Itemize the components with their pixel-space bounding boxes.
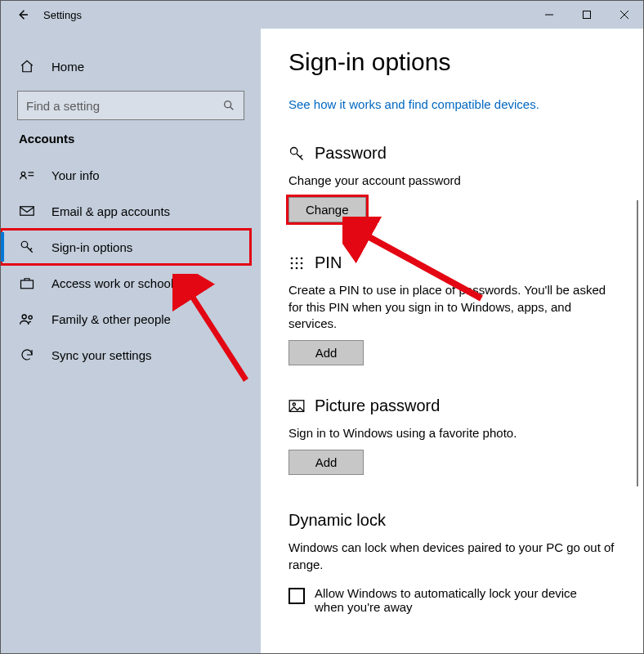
svg-rect-2 [584,11,591,19]
sidebar-home[interactable]: Home [1,48,261,84]
close-button[interactable] [606,2,643,27]
sidebar-home-label: Home [51,60,84,74]
dynamic-lock-desc: Windows can lock when devices paired to … [288,540,615,573]
pin-desc: Create a PIN to use in place of password… [288,282,615,332]
mail-icon [19,203,35,219]
titlebar: Settings [1,1,643,29]
svg-line-6 [230,107,234,110]
sidebar-item-label: Email & app accounts [51,204,170,218]
add-pin-button[interactable]: Add [288,340,364,365]
key-icon [288,146,305,162]
sidebar-section-accounts: Accounts [1,132,261,157]
search-placeholder: Find a setting [26,99,222,113]
sidebar-item-sign-in-options[interactable]: Sign-in options [1,229,251,265]
svg-line-20 [300,155,302,157]
compatible-devices-link[interactable]: See how it works and find compatible dev… [288,97,539,111]
svg-point-7 [21,172,25,176]
password-heading-row: Password [288,144,615,163]
pin-heading: PIN [315,253,342,272]
add-picture-password-button[interactable]: Add [288,450,364,475]
briefcase-icon [19,275,35,291]
sidebar-item-label: Family & other people [51,312,171,326]
svg-rect-14 [21,280,34,289]
sync-icon [19,347,35,363]
window-controls [530,2,643,27]
sidebar-item-label: Sign-in options [51,240,132,254]
pin-keypad-icon [288,255,305,271]
sidebar-item-access-work[interactable]: Access work or school [1,265,261,301]
sidebar-item-label: Access work or school [51,276,173,290]
sidebar-item-email[interactable]: Email & app accounts [1,193,261,229]
home-icon [19,58,35,74]
person-card-icon [19,167,35,183]
people-icon [19,311,35,327]
picture-icon [288,398,305,414]
svg-point-23 [296,257,298,259]
sidebar-item-sync[interactable]: Sync your settings [1,337,261,373]
settings-window: Settings Home [0,0,644,654]
dynamic-lock-checkbox-row[interactable]: Allow Windows to automatically lock your… [288,586,615,614]
svg-point-26 [296,262,298,264]
picture-desc: Sign in to Windows using a favorite phot… [288,425,615,441]
scrollbar[interactable] [637,200,642,486]
svg-point-18 [291,147,297,154]
svg-point-16 [29,316,32,319]
svg-point-30 [301,267,303,269]
sidebar-item-family[interactable]: Family & other people [1,301,261,337]
picture-heading-row: Picture password [288,396,615,415]
svg-point-24 [301,257,303,259]
page-title: Sign-in options [288,48,615,76]
maximize-button[interactable] [568,2,606,27]
sidebar: Home Find a setting Accounts Your info [1,29,261,653]
sidebar-item-label: Your info [51,168,100,182]
svg-rect-10 [20,207,34,216]
dynamic-lock-heading: Dynamic lock [288,511,615,530]
picture-heading: Picture password [315,396,440,415]
sidebar-item-label: Sync your settings [51,348,152,362]
main-panel: Sign-in options See how it works and fin… [261,29,643,653]
svg-point-11 [21,241,28,248]
svg-line-13 [30,249,32,250]
minimize-button[interactable] [530,2,568,27]
checkbox-icon[interactable] [288,588,305,604]
search-input[interactable]: Find a setting [17,91,244,120]
search-icon [222,99,235,112]
back-button[interactable] [14,6,32,24]
svg-point-28 [291,267,293,269]
sidebar-item-your-info[interactable]: Your info [1,157,261,193]
svg-point-25 [291,262,293,264]
dynamic-lock-checkbox-label: Allow Windows to automatically lock your… [315,586,599,614]
pin-heading-row: PIN [288,253,615,272]
svg-point-32 [293,403,295,405]
svg-point-27 [301,262,303,264]
change-password-button[interactable]: Change [288,197,366,222]
password-desc: Change your account password [288,172,615,189]
window-title: Settings [43,9,82,21]
key-icon [19,239,35,255]
svg-point-29 [296,267,298,269]
window-body: Home Find a setting Accounts Your info [1,29,643,653]
svg-point-22 [291,257,293,259]
svg-point-5 [225,101,231,108]
svg-point-15 [22,315,26,319]
search-wrap: Find a setting [1,91,261,132]
password-heading: Password [315,144,387,163]
